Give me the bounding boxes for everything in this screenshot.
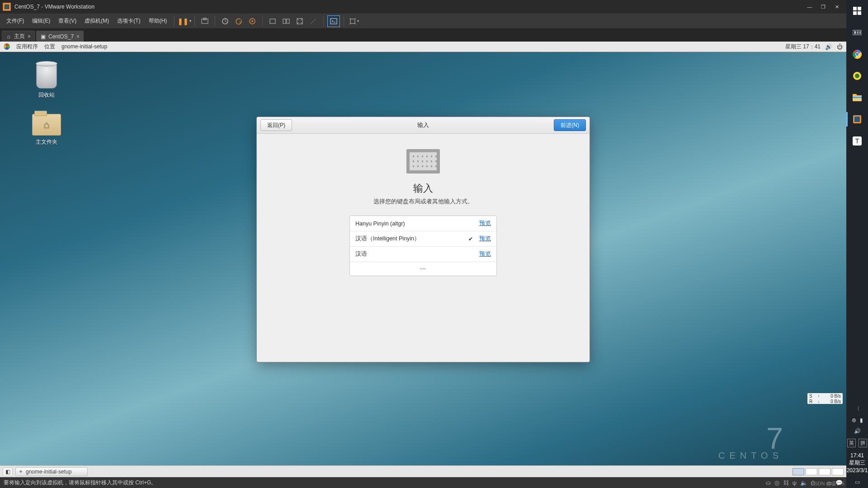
svg-rect-3 [858, 11, 861, 15]
input-source-row[interactable]: Hanyu Pinyin (altgr) 预览 [350, 216, 496, 231]
snapshot-revert-icon[interactable] [232, 15, 245, 27]
preview-link[interactable]: 预览 [479, 250, 491, 258]
unity-icon[interactable] [307, 15, 320, 27]
workspace-4[interactable] [832, 468, 844, 475]
input-source-list: Hanyu Pinyin (altgr) 预览 汉语（Intelligent P… [349, 216, 497, 276]
pause-button[interactable]: ❚❚▾ [178, 15, 191, 27]
ime-mode[interactable]: 拼 [859, 439, 867, 447]
tab-home[interactable]: ⌂ 主页 × [2, 31, 35, 42]
workspace-3[interactable] [819, 468, 830, 475]
snapshot-take-icon[interactable] [219, 15, 231, 27]
vmware-app-icon [3, 3, 11, 11]
taskview-icon[interactable] [846, 22, 868, 43]
menu-applications[interactable]: 应用程序 [16, 43, 38, 51]
app-icon: ✦ [19, 469, 23, 475]
netspeed-overlay: SR ↑↓ 0 B/s0 B/s [807, 393, 843, 404]
back-button[interactable]: 返回(P) [260, 119, 292, 131]
send-cad-icon[interactable] [198, 15, 211, 27]
show-desktop-button[interactable]: ◧ [3, 467, 13, 476]
volume-icon[interactable]: 🔊 [854, 428, 861, 434]
menu-edit[interactable]: 编辑(E) [28, 15, 54, 27]
svg-rect-1 [858, 7, 861, 10]
svg-point-24 [251, 20, 253, 22]
svg-point-12 [855, 74, 859, 78]
home-icon: ⌂ [6, 34, 11, 39]
notifications-icon[interactable]: ▭ [855, 479, 860, 485]
tab-centos7[interactable]: ▣ CentOS_7 × [36, 31, 84, 42]
dev-cd-icon[interactable]: ◎ [774, 479, 779, 486]
svg-rect-26 [283, 19, 286, 23]
ime-lang[interactable]: 英 [847, 439, 856, 447]
dev-usb-icon[interactable]: ψ [793, 479, 797, 486]
dev-net-icon[interactable]: ⛓ [783, 479, 789, 486]
system-tray[interactable]: 〈 ⊚▮ 🔊 英拼 17:41 星期三 2023/3/1 ▭ [846, 401, 868, 488]
power-icon[interactable]: ⏻ [837, 43, 843, 50]
gnome-bottom-panel: ◧ ✦ gnome-initial-setup [0, 465, 846, 477]
clock-label[interactable]: 星期三 17：41 [785, 43, 821, 51]
chrome-icon[interactable] [846, 43, 868, 65]
explorer-icon[interactable] [846, 87, 868, 108]
guest-viewport[interactable]: 应用程序 位置 gnome-initial-setup 星期三 17：41 🔊 … [0, 42, 846, 488]
minimize-button[interactable]: — [803, 2, 816, 12]
svg-rect-27 [287, 19, 289, 23]
app-yellow-icon[interactable] [846, 65, 868, 87]
close-icon[interactable]: × [28, 33, 31, 40]
watermark: CSDN @霎775 [811, 480, 844, 487]
input-source-row[interactable]: 汉语（Intelligent Pinyin） ✔ 预览 [350, 231, 496, 247]
fullscreen-icon[interactable] [293, 15, 306, 27]
workspace-2[interactable] [806, 468, 817, 475]
svg-rect-6 [857, 31, 859, 34]
more-button[interactable] [350, 262, 496, 276]
maximize-button[interactable]: ❐ [816, 2, 830, 12]
stretch-icon[interactable]: ▾ [348, 15, 360, 27]
taskbar-app-button[interactable]: ✦ gnome-initial-setup [15, 467, 88, 476]
svg-rect-17 [854, 117, 860, 122]
snapshot-manage-icon[interactable] [246, 15, 259, 27]
start-button[interactable] [846, 0, 868, 22]
preview-link[interactable]: 预览 [479, 220, 491, 227]
menu-vm[interactable]: 虚拟机(M) [81, 15, 113, 27]
console-icon[interactable] [327, 15, 340, 27]
taskbar-clock[interactable]: 17:41 星期三 2023/3/1 [847, 452, 868, 474]
next-button[interactable]: 前进(N) [554, 119, 586, 131]
svg-point-10 [856, 53, 859, 56]
active-app-title[interactable]: gnome-initial-setup [61, 43, 107, 50]
vmware-status-bar: 要将输入定向到该虚拟机，请将鼠标指针移入其中或按 Ctrl+G。 ⛀ ◎ ⛓ ψ… [0, 477, 846, 488]
input-source-row[interactable]: 汉语 预览 [350, 247, 496, 262]
vmware-window: CentOS_7 - VMware Workstation — ❐ ✕ 文件(F… [0, 0, 846, 488]
desktop-home-folder[interactable]: 主文件夹 [26, 114, 67, 146]
dev-sound-icon[interactable]: 🔈 [800, 479, 807, 486]
menu-view[interactable]: 查看(V) [55, 15, 80, 27]
menu-file[interactable]: 文件(F) [3, 15, 28, 27]
chevron-left-icon[interactable]: 〈 [854, 405, 860, 413]
svg-rect-5 [854, 31, 856, 34]
battery-icon[interactable]: ▮ [860, 417, 863, 423]
svg-rect-2 [853, 11, 857, 15]
input-hint: 要将输入定向到该虚拟机，请将鼠标指针移入其中或按 Ctrl+G。 [4, 479, 766, 487]
preview-link[interactable]: 预览 [479, 235, 491, 243]
page-heading: 输入 [266, 182, 580, 195]
menu-places[interactable]: 位置 [44, 43, 55, 51]
menu-tabs[interactable]: 选项卡(T) [113, 15, 144, 27]
view-single-icon[interactable] [266, 15, 279, 27]
text-app-icon[interactable]: T [846, 130, 868, 152]
dialog-body: 输入 选择您的键盘布局或者其他输入方式。 Hanyu Pinyin (altgr… [257, 134, 590, 362]
dialog-header[interactable]: 返回(P) 输入 前进(N) [257, 117, 590, 134]
svg-rect-15 [853, 97, 862, 98]
vmware-titlebar[interactable]: CentOS_7 - VMware Workstation — ❐ ✕ [0, 0, 846, 14]
view-multi-icon[interactable] [280, 15, 292, 27]
vm-tab-icon: ▣ [40, 34, 46, 39]
close-button[interactable]: ✕ [830, 2, 844, 12]
centos-wallpaper-logo: 7 CENTOS [718, 427, 783, 461]
close-icon[interactable]: × [76, 33, 80, 40]
wifi-icon[interactable]: ⊚ [852, 417, 856, 423]
desktop-trash[interactable]: 回收站 [26, 63, 67, 99]
vmware-icon[interactable] [846, 108, 868, 130]
workspace-switcher[interactable] [793, 468, 844, 475]
dev-hdd-icon[interactable]: ⛀ [766, 479, 771, 486]
activities-icon[interactable] [4, 43, 10, 50]
menu-help[interactable]: 帮助(H) [145, 15, 171, 27]
svg-rect-29 [330, 19, 337, 24]
volume-icon[interactable]: 🔊 [825, 43, 832, 50]
workspace-1[interactable] [793, 468, 804, 475]
